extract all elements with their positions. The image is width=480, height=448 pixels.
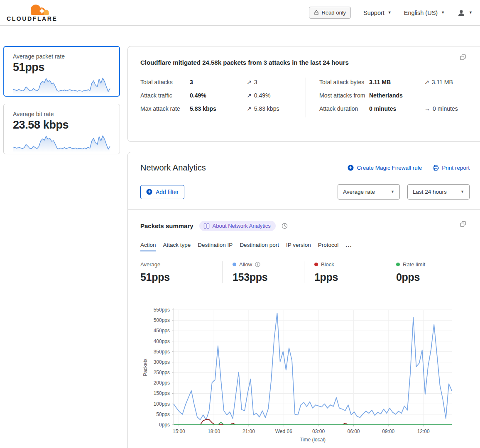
tab-protocol[interactable]: Protocol: [318, 242, 339, 251]
stat-value: 3: [190, 78, 247, 87]
trend-value: 3.11 MB: [432, 79, 453, 85]
chevron-down-icon: ▼: [441, 11, 445, 15]
svg-text:400pps: 400pps: [154, 338, 170, 344]
stat-trend: ↗5.83 kbps: [247, 104, 306, 113]
plus-circle-icon: [348, 165, 354, 171]
info-icon[interactable]: [255, 262, 260, 267]
card-value: 51pps: [13, 61, 110, 74]
lock-icon: [314, 10, 319, 15]
card-average-bit-rate[interactable]: Average bit rate 23.58 kbps: [3, 104, 120, 154]
copy-panel-icon[interactable]: [460, 221, 466, 229]
stat-row-total-attack-bytes: Total attack bytes 3.11 MB ↗3.11 MB: [319, 78, 480, 87]
stat-value: 3.11 MB: [369, 78, 424, 87]
tab-attack-type[interactable]: Attack type: [163, 242, 191, 251]
about-pill-label: About Network Analytics: [213, 223, 271, 229]
tab-ip-version[interactable]: IP version: [286, 242, 311, 251]
packets-tabs: Action Attack type Destination IP Destin…: [140, 242, 480, 251]
stat-label: Attack traffic: [140, 91, 190, 100]
time-range-value: Last 24 hours: [413, 189, 447, 195]
svg-text:09:00: 09:00: [382, 429, 394, 434]
packets-line-chart[interactable]: 0pps50pps100pps150pps200pps250pps300pps3…: [140, 306, 468, 444]
card-value: 23.58 kbps: [13, 119, 110, 131]
plus-circle-icon: [146, 189, 152, 195]
stat-row-attack-traffic: Attack traffic 0.49% ↗0.49%: [140, 91, 306, 100]
card-average-packet-rate[interactable]: Average packet rate 51pps: [3, 46, 120, 97]
metric-select[interactable]: Average rate ▼: [338, 184, 400, 200]
svg-text:550pps: 550pps: [154, 307, 170, 313]
stat-allow: Allow 153pps: [222, 261, 304, 283]
chevron-down-icon: ▼: [460, 190, 464, 194]
packets-summary-title: Packets summary: [140, 222, 193, 229]
stat-row-most-attacks-from: Most attacks from Netherlands: [319, 91, 480, 100]
svg-text:100pps: 100pps: [154, 401, 170, 407]
svg-text:15:00: 15:00: [173, 429, 185, 434]
card-label: Average bit rate: [13, 111, 110, 117]
stat-value: 0.49%: [190, 91, 247, 100]
svg-text:Time (local): Time (local): [300, 437, 326, 443]
header-controls: Read only Support ▼ English (US) ▼ ▼: [309, 7, 473, 19]
stat-label: Attack duration: [319, 104, 369, 113]
stat-trend: ↗3.11 MB: [424, 78, 480, 87]
network-analytics-title: Network Analytics: [140, 163, 206, 173]
stat-block: Block 1pps: [304, 261, 386, 283]
tab-destination-ip[interactable]: Destination IP: [198, 242, 233, 251]
stat-block-value: 1pps: [314, 271, 386, 283]
add-filter-button[interactable]: Add filter: [140, 185, 184, 199]
stat-row-total-attacks: Total attacks 3 ↗3: [140, 78, 306, 87]
book-icon: [203, 223, 210, 229]
svg-text:Wed 06: Wed 06: [275, 429, 292, 434]
stat-row-attack-duration: Attack duration 0 minutes →0 minutes: [319, 104, 480, 113]
cloudflare-logo[interactable]: CLOUDFLARE: [6, 2, 56, 24]
add-filter-label: Add filter: [156, 189, 179, 195]
stat-row-max-attack-rate: Max attack rate 5.83 kbps ↗5.83 kbps: [140, 104, 306, 113]
support-label: Support: [363, 10, 384, 16]
stat-allow-value: 153pps: [233, 271, 304, 283]
svg-text:300pps: 300pps: [154, 359, 170, 365]
trend-value: 0 minutes: [433, 105, 458, 112]
network-analytics-header-section: Network Analytics Create Magic Firewall …: [128, 152, 480, 209]
network-analytics-panel: Network Analytics Create Magic Firewall …: [127, 152, 480, 448]
print-report-link[interactable]: Print report: [433, 165, 470, 171]
chevron-down-icon: ▼: [391, 190, 394, 194]
printer-icon: [433, 165, 439, 171]
tab-action[interactable]: Action: [140, 242, 156, 251]
page-content: Average packet rate 51pps Average bit ra…: [0, 26, 480, 448]
tab-destination-port[interactable]: Destination port: [240, 242, 279, 251]
tabs-more-button[interactable]: ...: [345, 242, 352, 251]
history-clock-icon[interactable]: [282, 223, 288, 229]
language-menu[interactable]: English (US) ▼: [404, 10, 445, 16]
read-only-label: Read only: [322, 10, 346, 16]
support-menu[interactable]: Support ▼: [363, 10, 392, 16]
copy-panel-icon[interactable]: [460, 54, 466, 62]
svg-text:12:00: 12:00: [417, 429, 430, 434]
chevron-down-icon: ▼: [388, 11, 392, 15]
stat-value: 5.83 kbps: [190, 104, 247, 113]
trend-up-icon: ↗: [424, 79, 429, 85]
packets-summary-section: Packets summary About Network Analytics: [128, 209, 480, 448]
trend-value: 5.83 kbps: [254, 105, 279, 112]
top-header: CLOUDFLARE Read only Support ▼ English (…: [0, 0, 480, 26]
svg-text:18:00: 18:00: [208, 429, 220, 434]
stat-block-label: Block: [321, 261, 334, 268]
svg-text:150pps: 150pps: [154, 390, 170, 396]
stat-trend: ↗3: [247, 78, 306, 87]
main-column: Cloudflare mitigated 24.58k packets from…: [127, 46, 480, 448]
stat-average: Average 51pps: [140, 261, 222, 283]
allow-series-dot: [233, 263, 236, 266]
stat-value: Netherlands: [369, 91, 424, 100]
attack-summary-title: Cloudflare mitigated 24.58k packets from…: [140, 59, 480, 66]
stat-allow-label: Allow: [239, 261, 252, 268]
attack-stats-right: Total attack bytes 3.11 MB ↗3.11 MB Most…: [306, 78, 480, 117]
trend-up-icon: ↗: [247, 92, 252, 99]
svg-text:200pps: 200pps: [154, 380, 170, 386]
bit-rate-sparkline: [13, 132, 110, 152]
stat-trend: →0 minutes: [424, 104, 480, 113]
trend-up-icon: ↗: [247, 105, 252, 112]
time-range-select[interactable]: Last 24 hours ▼: [407, 184, 470, 200]
stat-rate-limit-label: Rate limit: [403, 261, 425, 268]
svg-text:Packets: Packets: [142, 358, 148, 376]
trend-value: 3: [254, 79, 257, 85]
create-magic-firewall-rule-link[interactable]: Create Magic Firewall rule: [348, 165, 422, 171]
account-menu[interactable]: ▼: [457, 9, 473, 17]
about-network-analytics-pill[interactable]: About Network Analytics: [199, 221, 276, 231]
